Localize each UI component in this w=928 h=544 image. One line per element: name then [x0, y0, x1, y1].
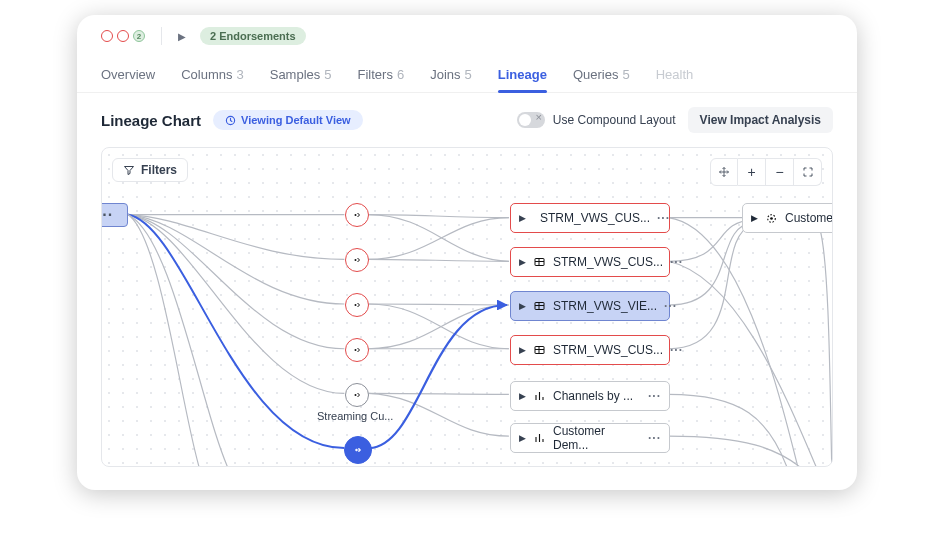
node-title: STRM_VWS_VIE... [553, 299, 657, 313]
expand-icon[interactable]: ▶ [519, 345, 526, 355]
tab-count: 5 [324, 67, 331, 82]
table-icon [533, 344, 546, 356]
viewing-pill[interactable]: Viewing Default View [213, 110, 363, 130]
zoom-out-button[interactable]: − [766, 158, 794, 186]
tab-samples[interactable]: Samples5 [270, 67, 332, 82]
node-label: Streaming Cu... [317, 410, 393, 422]
ring-count-icon: 2 [133, 30, 145, 42]
filters-label: Filters [141, 163, 177, 177]
tab-filters[interactable]: Filters6 [358, 67, 405, 82]
svg-point-12 [770, 217, 773, 220]
tab-label: Health [656, 67, 694, 82]
svg-point-3 [355, 304, 357, 306]
transform-node[interactable] [345, 203, 369, 227]
tabs: Overview Columns3 Samples5 Filters6 Join… [77, 45, 857, 93]
expand-icon[interactable]: ▶ [519, 213, 526, 223]
expand-icon[interactable]: ▶ [751, 213, 758, 223]
tab-columns[interactable]: Columns3 [181, 67, 244, 82]
tab-label: Joins [430, 67, 460, 82]
tab-label: Overview [101, 67, 155, 82]
tab-queries[interactable]: Queries5 [573, 67, 630, 82]
tab-overview[interactable]: Overview [101, 67, 155, 82]
transform-node[interactable] [345, 248, 369, 272]
transform-node-selected[interactable] [344, 436, 372, 464]
node-title: Customer Dem... [553, 424, 641, 452]
lineage-canvas[interactable]: Filters + − ··· Streaming Cu... ▶ STRM_V… [101, 147, 833, 467]
tab-health[interactable]: Health [656, 67, 694, 82]
filters-button[interactable]: Filters [112, 158, 188, 182]
bar-chart-icon [533, 390, 546, 402]
tab-lineage[interactable]: Lineage [498, 67, 547, 82]
fit-button[interactable] [710, 158, 738, 186]
tab-label: Lineage [498, 67, 547, 82]
transform-node[interactable] [345, 293, 369, 317]
lineage-header: Lineage Chart Viewing Default View Use C… [77, 93, 857, 147]
table-node[interactable]: ▶ STRM_VWS_CUS... ··· [510, 203, 670, 233]
expand-icon[interactable]: ▶ [519, 257, 526, 267]
node-menu-button[interactable]: ··· [657, 211, 670, 225]
table-icon [533, 300, 546, 312]
toggle-switch[interactable] [517, 112, 545, 128]
table-node[interactable]: ▶ STRM_VWS_CUS... ··· [510, 335, 670, 365]
fullscreen-button[interactable] [794, 158, 822, 186]
svg-point-6 [356, 449, 358, 451]
svg-point-2 [355, 259, 357, 261]
tab-label: Queries [573, 67, 619, 82]
transform-node[interactable] [345, 338, 369, 362]
transform-node[interactable] [345, 383, 369, 407]
node-menu-button[interactable]: ··· [648, 389, 661, 403]
node-title: STRM_VWS_CUS... [540, 211, 650, 225]
table-node[interactable]: ▶ STRM_VWS_CUS... ··· [510, 247, 670, 277]
node-title: STRM_VWS_CUS... [553, 255, 663, 269]
tab-joins[interactable]: Joins5 [430, 67, 472, 82]
node-menu-button[interactable]: ··· [670, 343, 683, 357]
status-rings: 2 [101, 30, 145, 42]
ring-icon [101, 30, 113, 42]
tab-count: 3 [236, 67, 243, 82]
move-icon [718, 166, 730, 178]
divider [161, 27, 162, 45]
expand-icon[interactable]: ▶ [519, 301, 526, 311]
view-impact-button[interactable]: View Impact Analysis [688, 107, 833, 133]
chevron-right-icon: ▶ [178, 31, 186, 42]
page-title: Lineage Chart [101, 112, 201, 129]
clock-icon [225, 115, 236, 126]
chart-node[interactable]: ▶ Customer Dem... ··· [510, 423, 670, 453]
destination-node[interactable]: ▶ Customer [742, 203, 833, 233]
endorsements-badge[interactable]: 2 Endorsements [200, 27, 306, 45]
node-menu-button[interactable]: ··· [664, 299, 677, 313]
lineage-wires [102, 148, 832, 466]
filter-icon [123, 164, 135, 176]
table-node-selected[interactable]: ▶ STRM_VWS_VIE... ··· [510, 291, 670, 321]
tab-count: 6 [397, 67, 404, 82]
zoom-in-button[interactable]: + [738, 158, 766, 186]
fullscreen-icon [802, 166, 814, 178]
svg-point-5 [355, 394, 357, 396]
svg-point-4 [355, 349, 357, 351]
tab-count: 5 [622, 67, 629, 82]
viewing-label: Viewing Default View [241, 114, 351, 126]
chart-node[interactable]: ▶ Channels by ... ··· [510, 381, 670, 411]
origin-node[interactable]: ··· [101, 203, 128, 227]
compound-layout-toggle[interactable]: Use Compound Layout [517, 112, 676, 128]
tab-label: Samples [270, 67, 321, 82]
canvas-controls: + − [710, 158, 822, 186]
node-menu-button[interactable]: ··· [670, 255, 683, 269]
expand-icon[interactable]: ▶ [519, 391, 526, 401]
svg-point-1 [355, 214, 357, 216]
node-title: Customer [785, 211, 833, 225]
bar-chart-icon [533, 432, 546, 444]
node-menu-button[interactable]: ··· [648, 431, 661, 445]
table-icon [533, 256, 546, 268]
node-title: Channels by ... [553, 389, 633, 403]
tab-label: Columns [181, 67, 232, 82]
target-icon [765, 212, 778, 225]
tab-label: Filters [358, 67, 393, 82]
ring-icon [117, 30, 129, 42]
toggle-label: Use Compound Layout [553, 113, 676, 127]
node-title: STRM_VWS_CUS... [553, 343, 663, 357]
badge-row: 2 ▶ 2 Endorsements [77, 15, 857, 45]
tab-count: 5 [465, 67, 472, 82]
expand-icon[interactable]: ▶ [519, 433, 526, 443]
